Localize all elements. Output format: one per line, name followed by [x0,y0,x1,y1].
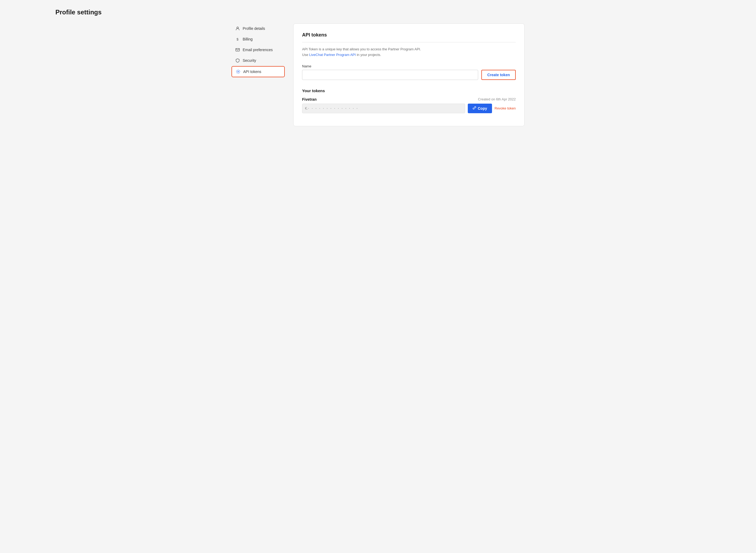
your-tokens-section: Your tokens Fivetran Created on 6th Apr … [302,88,516,113]
sidebar-item-email-preferences[interactable]: Email preferences [232,45,285,55]
email-icon [235,48,240,52]
description-suffix: in your projects. [356,53,381,57]
sidebar-item-billing[interactable]: $ Billing [232,34,285,44]
partner-program-api-link[interactable]: LiveChat Partner Program API [309,53,356,57]
sidebar: Profile details $ Billing Email preferen… [232,23,285,126]
token-created: Created on 6th Apr 2022 [478,97,516,101]
api-icon [236,69,241,74]
sidebar-item-label: Security [243,58,256,63]
main-content: API tokens API Token is a unique key tha… [293,23,524,126]
revoke-token-button[interactable]: Revoke token [495,106,516,110]
copy-label: Copy [478,106,487,110]
token-value: €. · · · · · · · · · · · · · · [302,104,465,113]
sidebar-item-label: Billing [243,37,253,41]
sidebar-item-label: API tokens [243,70,261,74]
token-value-dots: · · · · · · · · · · · · · · [308,105,358,111]
sidebar-item-profile-details[interactable]: Profile details [232,23,285,33]
description-line1: API Token is a unique key that allows yo… [302,47,516,52]
token-row: €. · · · · · · · · · · · · · · Copy Revo… [302,104,516,113]
svg-rect-2 [236,49,240,51]
dollar-icon: $ [235,37,240,42]
token-entry-header: Fivetran Created on 6th Apr 2022 [302,97,516,101]
token-name: Fivetran [302,97,317,101]
sidebar-item-api-tokens[interactable]: API tokens [232,66,285,77]
description-line2: Use LiveChat Partner Program API in your… [302,52,516,58]
sidebar-item-label: Email preferences [243,48,273,52]
link-icon [473,106,476,110]
name-input[interactable] [302,70,478,80]
page-title: Profile settings [56,8,743,16]
sidebar-item-label: Profile details [243,26,265,31]
name-label: Name [302,64,478,68]
your-tokens-title: Your tokens [302,88,516,93]
name-form-group: Name [302,64,478,80]
token-entry: Fivetran Created on 6th Apr 2022 €. · · … [302,97,516,113]
svg-point-0 [237,27,238,28]
token-value-prefix: €. [305,106,308,110]
token-actions-right: Revoke token [495,106,516,110]
api-description: API Token is a unique key that allows yo… [302,47,516,58]
create-token-button[interactable]: Create token [481,70,516,80]
description-prefix: Use [302,53,309,57]
sidebar-item-security[interactable]: Security [232,56,285,66]
main-layout: Profile details $ Billing Email preferen… [232,23,524,126]
copy-button[interactable]: Copy [468,104,492,113]
svg-point-3 [238,71,239,72]
token-form: Name Create token [302,64,516,80]
shield-icon [235,58,240,63]
user-icon [235,26,240,31]
svg-text:$: $ [237,37,239,41]
section-title: API tokens [302,32,516,43]
